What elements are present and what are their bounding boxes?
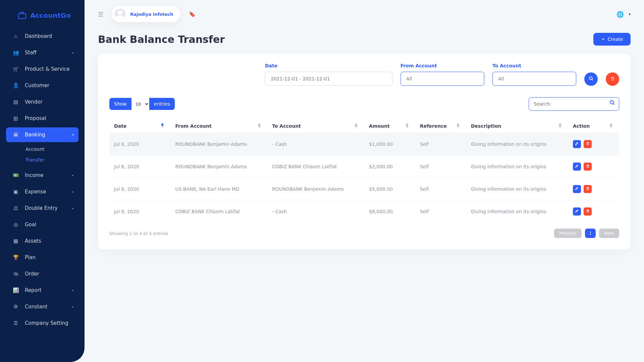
next-button[interactable]: Next [599,229,619,238]
page-1-button[interactable]: 1 [585,229,596,238]
cell-reference: Self [415,200,466,223]
brand-logo[interactable]: AccountGo [0,7,85,29]
transfer-table: Date▲▼ From Account▲▼ To Account▲▼ Amoun… [109,119,619,223]
chevron-right-icon: ▸ [72,289,74,292]
user-menu[interactable]: Rajodiya Infotech [111,6,180,22]
sidebar-item-vendor[interactable]: ▤Vendor [6,95,78,109]
reset-filter-button[interactable] [606,72,619,86]
sidebar-item-expense[interactable]: ▣Expense▸ [6,184,78,199]
cell-action [568,133,619,156]
svg-line-4 [613,104,614,105]
topbar: ☰ Rajodiya Infotech 🔖 🌐 ▾ [98,0,631,21]
cell-description: Giving information on its origins [466,156,568,178]
create-button[interactable]: ＋ Create [593,33,631,46]
svg-point-3 [610,101,613,104]
col-description[interactable]: Description▲▼ [466,119,568,133]
subnav-account[interactable]: Account [22,144,78,155]
order-icon: 🛍 [13,271,19,277]
sidebar-item-staff[interactable]: 👥Staff▸ [6,45,78,60]
sidebar-item-product[interactable]: 🛒Product & Service [6,62,78,76]
page-head: Bank Balance Transfer ＋ Create [98,33,631,46]
trash-icon [610,76,615,82]
table-foot: Showing 1 to 4 of 4 entries Previous 1 N… [109,229,619,238]
pencil-icon [575,187,579,191]
table-info: Showing 1 to 4 of 4 entries [109,231,168,236]
col-amount[interactable]: Amount▲▼ [364,119,415,133]
date-range-input[interactable] [265,72,392,86]
trash-icon [586,164,590,169]
brand-name: AccountGo [30,11,71,19]
col-reference[interactable]: Reference▲▼ [415,119,466,133]
cell-amount: $8,000.00 [364,200,415,223]
trash-icon [586,142,590,146]
sidebar-item-constant[interactable]: ⚙Constant▸ [6,299,78,314]
cell-description: Giving information on its origins [466,178,568,200]
cell-from: ROUNDBANK Benjamin Adams [170,133,267,156]
chart-icon: 📊 [13,287,19,293]
pager: Previous 1 Next [554,229,619,238]
cell-date: Jul 8, 2020 [109,156,170,178]
chevron-down-icon[interactable]: ▾ [629,12,631,16]
cell-action [568,200,619,223]
subnav-transfer[interactable]: Transfer [22,155,78,165]
pencil-icon [575,164,579,169]
page-size-control: Show 10 entries [109,98,175,110]
sidebar-item-customer[interactable]: 👤Customer [6,78,78,93]
delete-button[interactable] [584,163,592,171]
sidebar-item-banking[interactable]: 🏛Banking▾ [6,127,78,142]
edit-button[interactable] [573,185,581,193]
date-filter-label: Date [265,63,392,68]
chevron-right-icon: ▸ [72,190,74,193]
sidebar-item-dashboard[interactable]: ♨Dashboard [6,29,78,44]
delete-button[interactable] [584,140,592,148]
edit-button[interactable] [573,163,581,171]
sticky-note-icon: ▤ [13,99,19,105]
trophy-icon: 🏆 [13,254,19,260]
to-account-select[interactable] [492,72,576,86]
col-date[interactable]: Date▲▼ [109,119,170,133]
cell-date: Jul 8, 2020 [109,178,170,200]
user-name: Rajodiya Infotech [130,12,173,17]
col-action: Action▲▼ [568,119,619,133]
cell-action [568,178,619,200]
page-size-select[interactable]: 10 [131,98,149,110]
cell-date: Jul 8, 2020 [109,200,170,223]
previous-button[interactable]: Previous [554,229,582,238]
sidebar-item-income[interactable]: 💵Income▸ [6,168,78,183]
sidebar-item-order[interactable]: 🛍Order [6,266,78,281]
table-row: Jul 8, 2020 ROUNDBANK Benjamin Adams COB… [109,156,619,178]
sidebar-item-assets[interactable]: ▦Assets [6,234,78,248]
filters: Date From Account To Account [109,63,619,86]
briefcase-icon [17,11,27,19]
sidebar-item-company-setting[interactable]: ☰Company Setting [6,316,78,330]
cell-description: Giving information on its origins [466,200,568,223]
search-input[interactable] [529,97,619,111]
edit-button[interactable] [573,140,581,148]
globe-icon[interactable]: 🌐 [616,11,624,18]
col-to-account[interactable]: To Account▲▼ [267,119,364,133]
table-row: Jul 8, 2020 COBIZ BANK Chisom Latifat - … [109,200,619,223]
bookmark-icon[interactable]: 🔖 [189,11,196,17]
col-from-account[interactable]: From Account▲▼ [170,119,267,133]
sidebar-item-plan[interactable]: 🏆Plan [6,250,78,265]
delete-button[interactable] [584,185,592,193]
sidebar-item-double-entry[interactable]: ⚖Double Entry▸ [6,201,78,216]
sidebar-item-report[interactable]: 📊Report▸ [6,283,78,298]
cell-amount: $2,000.00 [364,156,415,178]
trash-icon [586,187,590,191]
apply-filter-button[interactable] [584,72,598,86]
search-icon [609,100,615,107]
menu-toggle-icon[interactable]: ☰ [98,11,103,18]
delete-button[interactable] [584,207,592,216]
fire-icon: ♨ [13,33,19,39]
trash-icon [586,209,590,214]
sidebar-item-goal[interactable]: ◎Goal [6,217,78,232]
cell-amount: $5,000.00 [364,178,415,200]
search-icon [589,76,594,82]
edit-button[interactable] [573,207,581,216]
sidebar-item-proposal[interactable]: ▥Proposal [6,111,78,126]
cell-reference: Self [415,178,466,200]
plus-icon: ＋ [601,36,605,42]
balance-icon: ⚖ [13,205,19,211]
from-account-select[interactable] [400,72,484,86]
